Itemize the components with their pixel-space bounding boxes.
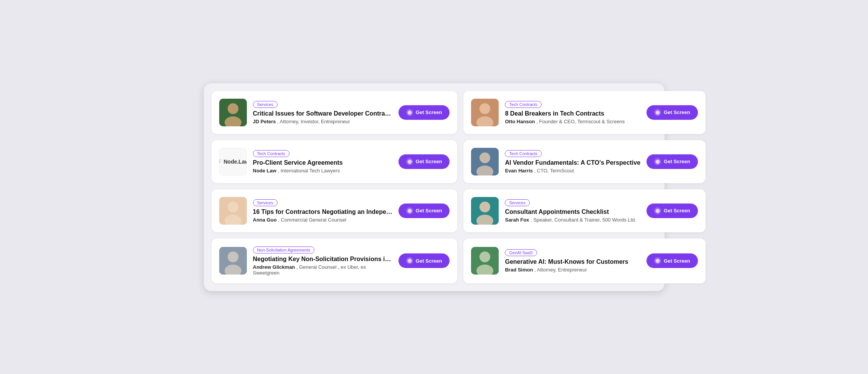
- card-author: Brad Simon , Attorney, Entrepreneur: [505, 267, 640, 273]
- avatar: [471, 99, 499, 126]
- get-screen-button[interactable]: ⊕ Get Screen: [398, 105, 450, 120]
- card-title: Consultant Appointments Checklist: [505, 209, 640, 215]
- avatar: [219, 247, 247, 275]
- get-screen-button[interactable]: ⊕ Get Screen: [398, 253, 450, 268]
- card-content: Tech Contracts Pro-Client Service Agreem…: [253, 150, 392, 174]
- author-name: Otto Hanson: [505, 119, 535, 124]
- card-title: Negotiating Key Non-Solicitation Provisi…: [253, 256, 392, 263]
- card-tag: Services: [253, 101, 278, 108]
- card-tag: Tech Contracts: [253, 150, 289, 157]
- plus-circle-icon: ⊕: [654, 257, 661, 264]
- author-role: , Attorney, Entrepreneur: [534, 267, 587, 273]
- card-content: GenAI SaaS Generative AI: Must-Knows for…: [505, 249, 640, 273]
- card-author: Node Law , International Tech Lawyers: [253, 168, 392, 174]
- get-screen-button[interactable]: ⊕ Get Screen: [646, 253, 698, 268]
- get-screen-button[interactable]: ⊕ Get Screen: [646, 204, 698, 218]
- card-content: Tech Contracts AI Vendor Fundamentals: A…: [505, 150, 640, 174]
- card-title: Generative AI: Must-Knows for Customers: [505, 258, 640, 265]
- author-role: , Attorney, Investor, Entrepreneur: [277, 119, 350, 124]
- card-author: Andrew Glickman , General Counsel , ex U…: [253, 264, 392, 276]
- get-screen-button[interactable]: ⊕ Get Screen: [646, 154, 698, 169]
- avatar: ⚡ Node.Law: [219, 148, 247, 175]
- card-tag: Services: [505, 199, 529, 206]
- plus-circle-icon: ⊕: [406, 207, 413, 214]
- get-screen-button[interactable]: ⊕ Get Screen: [398, 154, 450, 169]
- btn-label: Get Screen: [416, 258, 442, 264]
- nodelaw-logo: ⚡ Node.Law: [219, 157, 247, 166]
- svg-point-10: [228, 202, 238, 212]
- author-name: Node Law: [253, 168, 276, 174]
- svg-point-7: [479, 152, 490, 163]
- plus-circle-icon: ⊕: [406, 158, 413, 165]
- btn-label: Get Screen: [664, 159, 690, 164]
- card-card-7: Non-Solicitation Agreements Negotiating …: [212, 238, 458, 283]
- card-content: Services Consultant Appointments Checkli…: [505, 199, 640, 223]
- card-title: Pro-Client Service Agreements: [253, 159, 392, 166]
- btn-label: Get Screen: [416, 109, 442, 115]
- author-role: , CTO, TermScout: [534, 168, 574, 174]
- main-container: Services Critical Issues for Software De…: [204, 83, 665, 291]
- card-card-2: Tech Contracts 8 Deal Breakers in Tech C…: [463, 91, 705, 134]
- svg-point-13: [479, 202, 490, 212]
- cards-grid: Services Critical Issues for Software De…: [212, 91, 657, 283]
- plus-circle-icon: ⊕: [406, 109, 413, 116]
- author-role: , Commercial General Counsel: [278, 217, 346, 223]
- btn-label: Get Screen: [664, 208, 690, 213]
- logo-symbol: ⚡: [219, 157, 222, 166]
- svg-point-19: [479, 252, 490, 262]
- logo-text: Node.Law: [223, 159, 246, 165]
- card-card-1: Services Critical Issues for Software De…: [212, 91, 458, 134]
- avatar: [471, 247, 499, 275]
- card-tag: Services: [253, 199, 278, 206]
- card-content: Tech Contracts 8 Deal Breakers in Tech C…: [505, 101, 640, 124]
- author-name: Evan Harris: [505, 168, 532, 174]
- plus-circle-icon: ⊕: [406, 257, 413, 264]
- author-role: , Speaker, Consultant & Trainer, 500 Wor…: [531, 217, 636, 223]
- author-name: JD Peters: [253, 119, 276, 124]
- card-tag: Non-Solicitation Agreements: [253, 247, 315, 253]
- card-content: Services Critical Issues for Software De…: [253, 101, 392, 124]
- card-title: 8 Deal Breakers in Tech Contracts: [505, 110, 640, 117]
- btn-label: Get Screen: [416, 159, 442, 164]
- card-author: Sarah Fox , Speaker, Consultant & Traine…: [505, 217, 640, 223]
- card-author: Otto Hanson , Founder & CEO, Termscout &…: [505, 119, 640, 124]
- card-author: JD Peters , Attorney, Investor, Entrepre…: [253, 119, 392, 124]
- card-content: Services 16 Tips for Contractors Negotia…: [253, 199, 392, 223]
- card-card-3: ⚡ Node.Law Tech Contracts Pro-Client Ser…: [212, 140, 458, 183]
- avatar: [471, 197, 499, 225]
- avatar: [219, 99, 247, 126]
- author-role: , International Tech Lawyers: [278, 168, 340, 174]
- avatar: [219, 197, 247, 225]
- card-author: Evan Harris , CTO, TermScout: [505, 168, 640, 174]
- btn-label: Get Screen: [664, 258, 690, 264]
- card-tag: Tech Contracts: [505, 101, 541, 108]
- avatar: [471, 148, 499, 175]
- card-author: Anna Guo , Commercial General Counsel: [253, 217, 392, 223]
- card-title: AI Vendor Fundamentals: A CTO's Perspect…: [505, 159, 640, 166]
- plus-circle-icon: ⊕: [654, 207, 661, 214]
- svg-point-16: [228, 252, 238, 262]
- card-card-6: Services Consultant Appointments Checkli…: [463, 189, 705, 232]
- card-title: 16 Tips for Contractors Negotiating an I…: [253, 209, 392, 215]
- btn-label: Get Screen: [416, 208, 442, 213]
- card-content: Non-Solicitation Agreements Negotiating …: [253, 246, 392, 276]
- svg-point-1: [228, 103, 238, 114]
- card-card-5: Services 16 Tips for Contractors Negotia…: [212, 189, 458, 232]
- author-name: Andrew Glickman: [253, 264, 295, 270]
- card-card-4: Tech Contracts AI Vendor Fundamentals: A…: [463, 140, 705, 183]
- btn-label: Get Screen: [664, 109, 690, 115]
- author-role: , Founder & CEO, Termscout & Screens: [536, 119, 625, 124]
- card-title: Critical Issues for Software Developer C…: [253, 110, 392, 117]
- card-tag: Tech Contracts: [505, 150, 541, 157]
- plus-circle-icon: ⊕: [654, 158, 661, 165]
- author-name: Sarah Fox: [505, 217, 529, 223]
- svg-point-4: [479, 103, 490, 114]
- author-name: Anna Guo: [253, 217, 277, 223]
- card-card-8: GenAI SaaS Generative AI: Must-Knows for…: [463, 238, 705, 283]
- plus-circle-icon: ⊕: [654, 109, 661, 116]
- get-screen-button[interactable]: ⊕ Get Screen: [646, 105, 698, 120]
- get-screen-button[interactable]: ⊕ Get Screen: [398, 204, 450, 218]
- card-tag: GenAI SaaS: [505, 249, 537, 256]
- author-name: Brad Simon: [505, 267, 533, 273]
